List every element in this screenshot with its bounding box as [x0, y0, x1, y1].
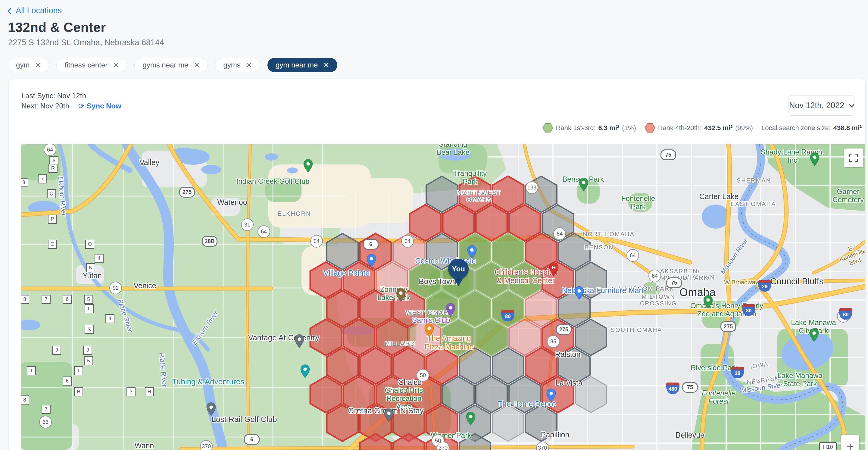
- next-sync-text: Next: Nov 20th: [21, 101, 69, 111]
- last-sync-text: Last Sync: Nov 12th: [21, 91, 121, 101]
- date-dropdown-value: Nov 12th, 2022: [789, 101, 844, 110]
- hexagon-icon: [645, 123, 655, 132]
- keyword-tag-label: gyms: [223, 61, 240, 69]
- local-rank-tracker-page: All Locations 132nd & Center 2275 S 132n…: [0, 0, 868, 450]
- legend-item: Rank 4th-20th:432.5 mi²(99%): [645, 123, 753, 132]
- back-chevron-icon: [7, 8, 13, 14]
- zone-size-value: 438.8 mi²: [833, 124, 862, 132]
- legend-item: Rank 1st-3rd:6.3 mi²(1%): [542, 123, 636, 132]
- hexagon-icon: [542, 123, 553, 132]
- tag-close-icon[interactable]: ✕: [35, 61, 41, 69]
- report-card: Last Sync: Nov 12th Next: Nov 20th ⟳ Syn…: [8, 79, 866, 450]
- legend-label: Rank 1st-3rd:: [556, 124, 596, 132]
- tag-close-icon[interactable]: ✕: [113, 61, 119, 69]
- sync-now-button[interactable]: ⟳ Sync Now: [78, 101, 121, 111]
- keyword-tag-label: fitness center: [64, 61, 107, 69]
- sync-now-label: Sync Now: [87, 101, 121, 111]
- zone-size-label: Local search zone size:: [762, 124, 831, 132]
- keyword-tag[interactable]: gyms near me✕: [134, 58, 208, 72]
- tag-close-icon[interactable]: ✕: [323, 61, 329, 69]
- tag-close-icon[interactable]: ✕: [246, 61, 252, 69]
- legend-pct: (1%): [622, 124, 636, 132]
- date-dropdown[interactable]: Nov 12th, 2022: [788, 95, 855, 116]
- legend-pct: (99%): [735, 124, 753, 132]
- keyword-tag[interactable]: gym near me✕: [268, 58, 337, 72]
- breadcrumb[interactable]: All Locations: [8, 6, 62, 16]
- tag-close-icon[interactable]: ✕: [194, 61, 200, 69]
- keyword-tag[interactable]: gym✕: [8, 58, 49, 72]
- page-title: 132nd & Center: [8, 20, 106, 35]
- keyword-tag[interactable]: fitness center✕: [56, 58, 127, 72]
- legend-label: Rank 4th-20th:: [658, 124, 702, 132]
- legend-value: 432.5 mi²: [704, 124, 733, 132]
- fullscreen-icon: [849, 154, 858, 162]
- keyword-tag-label: gyms near me: [143, 61, 188, 69]
- chevron-down-icon: [849, 102, 854, 107]
- keyword-tags: gym✕fitness center✕gyms near me✕gyms✕gym…: [8, 58, 337, 72]
- keyword-tag[interactable]: gyms✕: [215, 58, 260, 72]
- local-search-grid-map[interactable]: ValleyWaterlooYutanVeniceCarter LakeRals…: [21, 144, 865, 450]
- refresh-icon: ⟳: [78, 101, 84, 111]
- keyword-tag-label: gym: [16, 61, 30, 69]
- zone-size: Local search zone size:438.8 mi²: [762, 124, 862, 132]
- fullscreen-button[interactable]: [844, 149, 863, 167]
- breadcrumb-label[interactable]: All Locations: [16, 6, 62, 16]
- sync-info: Last Sync: Nov 12th Next: Nov 20th ⟳ Syn…: [21, 91, 121, 111]
- location-address: 2275 S 132nd St, Omaha, Nebraska 68144: [8, 38, 164, 47]
- zoom-in-button[interactable]: +: [841, 435, 859, 450]
- rank-legend: Rank 1st-3rd:6.3 mi²(1%) Rank 4th-20th:4…: [538, 123, 862, 132]
- legend-value: 6.3 mi²: [598, 124, 620, 132]
- base-map: [21, 144, 865, 450]
- keyword-tag-label: gym near me: [276, 61, 318, 69]
